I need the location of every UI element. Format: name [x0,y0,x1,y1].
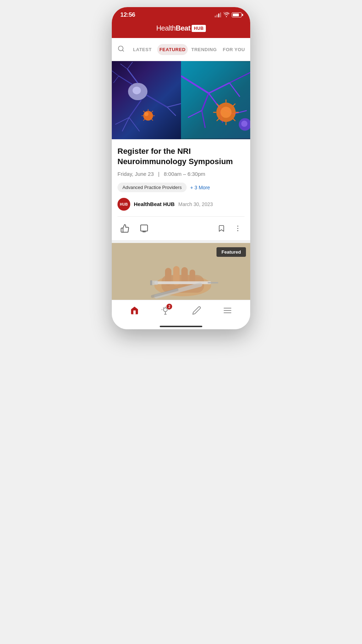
logo: HealthBeat HUB [156,24,206,32]
svg-line-11 [167,104,181,107]
bookmark-button[interactable] [216,222,227,234]
notification-badge: 2 [166,304,172,309]
svg-line-9 [114,76,119,83]
actions-right [216,222,243,234]
phone-frame: 12:56 HealthBeat [112,7,250,329]
svg-rect-67 [150,280,152,285]
nav-tabs: LATEST FEATURED TRENDING FOR YOU [112,38,250,61]
svg-line-13 [129,100,141,118]
svg-line-4 [127,69,138,83]
article-title: Register for the NRI Neuroimmunology Sym… [117,146,245,167]
status-icons [215,12,242,18]
svg-line-7 [127,62,133,69]
svg-rect-66 [208,282,218,283]
svg-line-25 [152,119,153,121]
tab-trending[interactable]: TRENDING [189,44,219,55]
nav-compose[interactable] [186,304,207,316]
svg-point-56 [237,230,238,231]
svg-line-16 [129,118,139,131]
svg-point-18 [144,112,149,116]
nav-menu[interactable] [217,304,238,316]
logo-hub: HUB [192,25,206,32]
bottom-nav: 2 [112,300,250,324]
app-header: HealthBeat HUB [112,21,250,38]
second-article-card[interactable]: Featured [112,243,250,300]
comment-button[interactable] [138,222,150,234]
actions-row [117,218,245,236]
tab-for-you[interactable]: FOR YOU [220,44,247,55]
signal-icon [215,12,221,17]
wifi-icon [223,12,230,18]
svg-point-54 [237,226,238,227]
hero-image-left [112,61,181,139]
svg-point-55 [237,228,238,229]
svg-point-3 [133,87,141,94]
tab-latest[interactable]: LATEST [129,44,156,55]
svg-line-6 [120,64,127,69]
second-card-image: Featured [112,243,250,300]
svg-line-10 [147,95,168,107]
pen-icon [192,306,201,315]
menu-icon [223,306,232,315]
author-row: HUB HealthBeat HUB March 30, 2023 [117,198,245,211]
hero-image-right [181,61,250,139]
home-icon [130,306,139,315]
status-bar: 12:56 [112,7,250,21]
article-date: Friday, June 23 | 8:00am – 6:30pm [117,171,245,177]
comment-icon [139,224,149,233]
author-name: HealthBeat HUB [134,201,175,207]
svg-line-8 [112,71,119,76]
svg-rect-50 [141,225,148,231]
publish-date: March 30, 2023 [178,201,213,207]
svg-line-12 [167,107,176,116]
tag-more[interactable]: + 3 More [190,185,210,190]
svg-line-23 [143,111,145,112]
article-info: Register for the NRI Neuroimmunology Sym… [112,139,250,240]
tab-featured[interactable]: FEATURED [157,44,188,55]
svg-point-17 [143,111,153,120]
featured-badge: Featured [216,247,246,257]
article-hero-image [112,61,250,139]
nav-home[interactable] [124,304,145,316]
svg-line-1 [122,50,124,52]
nav-discover[interactable]: 2 [155,304,176,316]
article-card[interactable]: Register for the NRI Neuroimmunology Sym… [112,61,250,240]
tag-pill[interactable]: Advanced Practice Providers [117,183,187,192]
author-info: HealthBeat HUB March 30, 2023 [134,201,213,207]
logo-text: HealthBeat [156,24,190,32]
actions-left [119,222,150,234]
battery-icon [232,12,242,17]
svg-line-74 [163,308,164,308]
svg-line-5 [119,76,133,85]
author-avatar: HUB [117,198,130,211]
home-indicator [112,324,250,329]
bookmark-icon [218,224,225,233]
thumbs-up-icon [120,224,130,233]
svg-rect-64 [154,281,211,284]
tags-row: Advanced Practice Providers + 3 More [117,183,245,192]
like-button[interactable] [119,222,131,234]
status-time: 12:56 [120,11,135,18]
svg-line-21 [152,111,153,112]
svg-point-49 [241,121,248,127]
home-bar [160,326,202,327]
more-options-button[interactable] [232,223,243,234]
svg-line-24 [143,119,145,121]
svg-point-39 [220,107,231,118]
search-button[interactable] [115,42,127,56]
divider [117,216,245,217]
main-content: Register for the NRI Neuroimmunology Sym… [112,61,250,300]
more-vertical-icon [234,224,242,232]
